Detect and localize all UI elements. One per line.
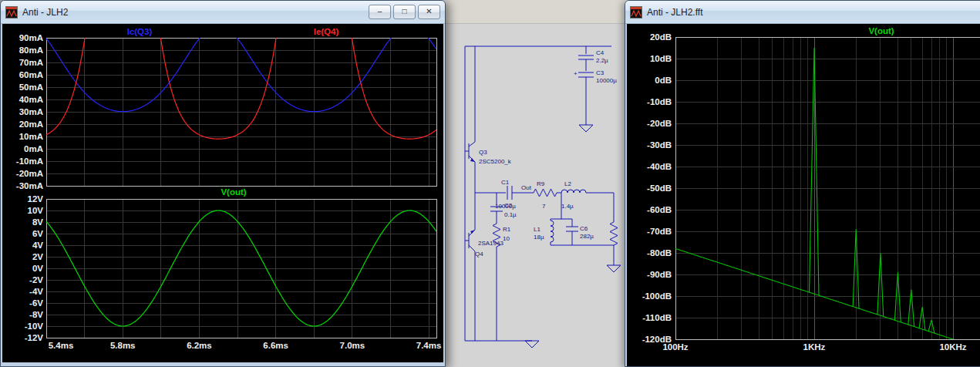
close-button[interactable]: ✕ xyxy=(418,5,440,19)
svg-text:+: + xyxy=(574,70,578,77)
window-title: Anti - JLH2 xyxy=(22,7,68,18)
svg-text:7: 7 xyxy=(542,203,546,210)
waveform-plot: 90mA80mA70mA60mA50mA40mA30mA20mA10mA0mA-… xyxy=(2,24,443,362)
svg-text:8V: 8V xyxy=(32,217,43,227)
svg-text:20dB: 20dB xyxy=(650,32,672,42)
trace-label-ieq4: Ie(Q4) xyxy=(314,27,339,36)
svg-text:R1: R1 xyxy=(503,226,511,233)
trace-label-icq3: Ic(Q3) xyxy=(127,27,153,36)
svg-text:C6: C6 xyxy=(580,225,588,232)
fft-grid xyxy=(675,37,980,339)
svg-text:-40dB: -40dB xyxy=(647,162,672,171)
svg-text:R9: R9 xyxy=(537,180,545,187)
svg-text:10000µ: 10000µ xyxy=(596,77,617,84)
fft-plot-area[interactable]: 20dB10dB0dB-10dB-20dB-30dB-40dB-50dB-60d… xyxy=(627,24,980,366)
svg-text:1KHz: 1KHz xyxy=(803,342,826,352)
schematic-labels: C42.2µC310000µ+Q32SC5200_kC110000µOutR97… xyxy=(475,49,617,258)
app-waveform-icon xyxy=(630,6,642,19)
svg-text:-10mA: -10mA xyxy=(16,157,43,166)
svg-text:10: 10 xyxy=(503,235,510,242)
svg-text:Out: Out xyxy=(521,184,532,191)
fft-trace-label: V(out) xyxy=(868,26,894,35)
svg-text:12V: 12V xyxy=(28,194,44,204)
svg-text:-20dB: -20dB xyxy=(647,119,672,128)
svg-text:6.6ms: 6.6ms xyxy=(263,341,288,350)
fft-window: Anti - JLH2.fft 20dB10dB0dB-10dB-20dB-30… xyxy=(625,0,980,367)
svg-text:2SC5200_k: 2SC5200_k xyxy=(479,158,512,165)
waveform-window: Anti - JLH2 – □ ✕ 90mA80mA70mA60mA50mA40… xyxy=(0,0,446,367)
svg-text:-30dB: -30dB xyxy=(647,140,672,150)
svg-text:90mA: 90mA xyxy=(19,33,43,42)
svg-text:L1: L1 xyxy=(534,226,541,233)
window-title: Anti - JLH2.fft xyxy=(647,7,702,18)
svg-text:C4: C4 xyxy=(596,49,605,56)
svg-text:Q4: Q4 xyxy=(475,251,483,258)
svg-text:80mA: 80mA xyxy=(19,45,43,55)
svg-text:0V: 0V xyxy=(32,264,43,273)
svg-text:282µ: 282µ xyxy=(580,233,594,240)
svg-text:10KHz: 10KHz xyxy=(939,342,966,352)
svg-text:2V: 2V xyxy=(32,252,43,261)
svg-text:6V: 6V xyxy=(32,229,43,238)
svg-text:2SA1943: 2SA1943 xyxy=(478,240,503,247)
svg-text:4V: 4V xyxy=(32,241,43,250)
window-controls: – □ ✕ xyxy=(369,5,440,19)
svg-text:-10V: -10V xyxy=(25,322,44,331)
svg-text:2.2µ: 2.2µ xyxy=(596,57,608,64)
svg-text:0dB: 0dB xyxy=(655,76,672,85)
svg-text:-70dB: -70dB xyxy=(647,227,672,236)
svg-text:-30mA: -30mA xyxy=(16,181,43,190)
svg-text:10V: 10V xyxy=(28,206,44,215)
svg-text:-6V: -6V xyxy=(29,298,43,308)
svg-text:Q3: Q3 xyxy=(479,149,487,156)
schematic-window-chrome xyxy=(432,0,632,24)
schematic-wires xyxy=(465,46,621,348)
svg-text:-4V: -4V xyxy=(29,287,43,296)
fft-window-titlebar[interactable]: Anti - JLH2.fft xyxy=(625,1,980,24)
svg-text:0mA: 0mA xyxy=(24,144,43,153)
svg-text:100Hz: 100Hz xyxy=(662,342,688,352)
svg-text:5.8ms: 5.8ms xyxy=(110,341,136,350)
fft-trace xyxy=(675,48,980,353)
svg-text:50mA: 50mA xyxy=(19,82,43,92)
svg-text:C1: C1 xyxy=(501,179,510,186)
svg-text:6.2ms: 6.2ms xyxy=(187,341,212,350)
svg-text:30mA: 30mA xyxy=(19,107,43,116)
svg-text:20mA: 20mA xyxy=(19,120,43,129)
svg-text:10mA: 10mA xyxy=(19,132,43,141)
svg-text:-8V: -8V xyxy=(29,310,43,319)
schematic-canvas[interactable]: C42.2µC310000µ+Q32SC5200_kC110000µOutR97… xyxy=(432,0,632,367)
svg-text:-10dB: -10dB xyxy=(647,97,672,106)
waveform-plot-area[interactable]: 90mA80mA70mA60mA50mA40mA30mA20mA10mA0mA-… xyxy=(2,24,443,362)
svg-text:60mA: 60mA xyxy=(19,70,43,79)
svg-text:0.1µ: 0.1µ xyxy=(504,211,517,218)
svg-text:-20mA: -20mA xyxy=(16,169,43,178)
svg-text:-60dB: -60dB xyxy=(647,205,672,214)
trace-label-vout: V(out) xyxy=(221,187,246,197)
svg-text:40mA: 40mA xyxy=(19,95,43,104)
svg-text:1.4µ: 1.4µ xyxy=(561,203,574,210)
svg-text:-2V: -2V xyxy=(29,275,43,285)
svg-text:-50dB: -50dB xyxy=(647,184,672,193)
svg-text:-100dB: -100dB xyxy=(642,291,672,301)
svg-text:10dB: 10dB xyxy=(650,54,672,63)
svg-text:-80dB: -80dB xyxy=(647,248,672,258)
svg-text:-90dB: -90dB xyxy=(647,270,672,279)
svg-text:-110dB: -110dB xyxy=(642,313,672,322)
svg-text:L2: L2 xyxy=(564,180,571,187)
maximize-button[interactable]: □ xyxy=(393,5,416,19)
minimize-button[interactable]: – xyxy=(369,5,391,19)
svg-text:C2: C2 xyxy=(504,202,513,209)
svg-text:18µ: 18µ xyxy=(534,234,544,241)
app-waveform-icon xyxy=(5,6,18,19)
waveform-window-titlebar[interactable]: Anti - JLH2 – □ ✕ xyxy=(1,1,445,24)
fft-plot: 20dB10dB0dB-10dB-20dB-30dB-40dB-50dB-60d… xyxy=(627,24,980,367)
svg-text:7.0ms: 7.0ms xyxy=(340,341,365,350)
svg-text:-12V: -12V xyxy=(25,333,44,342)
svg-text:7.4ms: 7.4ms xyxy=(416,341,442,350)
svg-text:C3: C3 xyxy=(596,69,605,76)
schematic-window: C42.2µC310000µ+Q32SC5200_kC110000µOutR97… xyxy=(432,0,632,367)
svg-text:70mA: 70mA xyxy=(19,58,43,67)
svg-text:5.4ms: 5.4ms xyxy=(49,341,74,350)
trace-ie-q4 xyxy=(46,24,436,139)
